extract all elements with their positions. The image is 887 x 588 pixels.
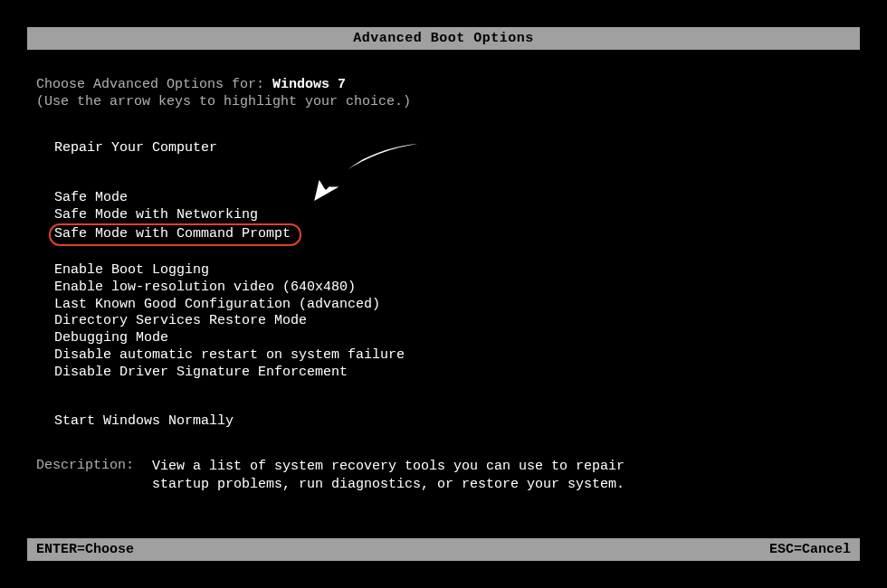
description-label: Description:: [36, 458, 152, 493]
description-section: Description: View a list of system recov…: [36, 458, 851, 493]
description-text: View a list of system recovery tools you…: [152, 458, 625, 493]
title-bar: Advanced Boot Options: [27, 27, 860, 50]
option-repair-computer[interactable]: Repair Your Computer: [54, 140, 851, 157]
option-low-res-video[interactable]: Enable low-resolution video (640x480): [54, 280, 851, 297]
os-name: Windows 7: [272, 77, 346, 92]
option-debugging-mode[interactable]: Debugging Mode: [54, 330, 851, 347]
option-safe-mode[interactable]: Safe Mode: [54, 190, 851, 207]
footer-bar: ENTER=Choose ESC=Cancel: [27, 538, 860, 561]
option-disable-driver-sig[interactable]: Disable Driver Signature Enforcement: [54, 365, 851, 382]
options-list: Repair Your Computer Safe Mode Safe Mode…: [36, 140, 851, 431]
option-last-known-good[interactable]: Last Known Good Configuration (advanced): [54, 297, 851, 314]
footer-enter-hint: ENTER=Choose: [36, 542, 134, 557]
option-directory-services-restore[interactable]: Directory Services Restore Mode: [54, 313, 851, 330]
watermark-text: 2-remove-virus.com: [499, 566, 887, 588]
option-start-normally[interactable]: Start Windows Normally: [54, 413, 851, 431]
title-text: Advanced Boot Options: [353, 31, 534, 46]
prompt-line: Choose Advanced Options for: Windows 7: [36, 77, 851, 92]
content-area: Choose Advanced Options for: Windows 7 (…: [0, 50, 887, 502]
option-safe-mode-networking[interactable]: Safe Mode with Networking: [54, 207, 851, 224]
prompt-label: Choose Advanced Options for:: [36, 77, 272, 92]
footer-esc-hint: ESC=Cancel: [769, 542, 851, 557]
instruction-text: (Use the arrow keys to highlight your ch…: [36, 94, 851, 109]
option-boot-logging[interactable]: Enable Boot Logging: [54, 262, 851, 280]
option-safe-mode-command-prompt[interactable]: Safe Mode with Command Prompt: [49, 223, 301, 246]
option-disable-auto-restart[interactable]: Disable automatic restart on system fail…: [54, 347, 851, 365]
